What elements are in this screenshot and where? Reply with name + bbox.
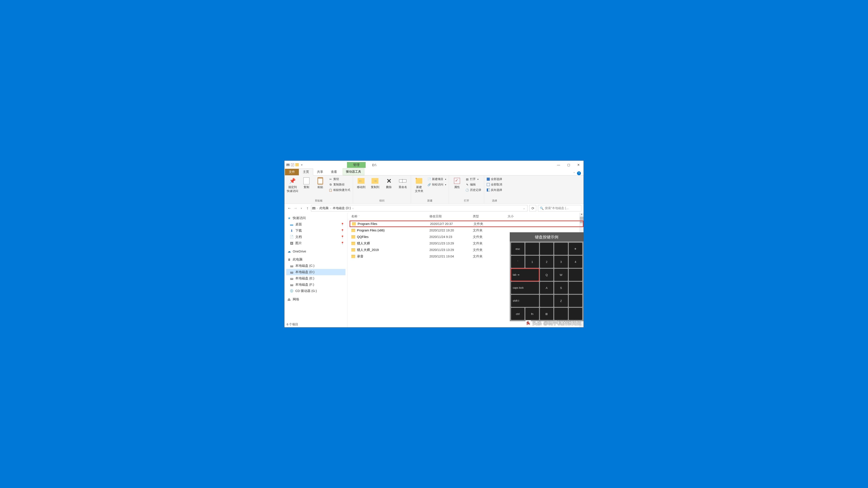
paste-shortcut-button[interactable]: 📋粘贴快捷方式 [328, 188, 351, 192]
refresh-button[interactable]: ⟳ [529, 205, 536, 212]
file-row[interactable]: Program Files2020/12/7 20:37文件夹 [349, 221, 584, 227]
keyboard-title: 键盘按键示例 [510, 234, 584, 240]
sidebar-documents[interactable]: 📄文档📍 [286, 234, 345, 240]
watermark: 头 头条 @玩手机的张先生 [525, 320, 581, 326]
group-select-label: 选择 [486, 198, 503, 203]
group-new-label: 新建 [413, 198, 447, 203]
pin-icon: 📍 [341, 229, 344, 232]
open-button[interactable]: ▤打开▾ [465, 177, 482, 182]
copy-path-button[interactable]: ⧉复制路径 [328, 182, 351, 187]
minimize-button[interactable]: — [554, 161, 563, 169]
sidebar-network[interactable]: 🖧网络 [286, 296, 345, 302]
sort-indicator-icon: ˆ [359, 215, 359, 218]
folder-icon [351, 248, 355, 252]
ribbon-tabs: 文件 主页 共享 查看 驱动器工具 ⌃ ? [284, 169, 584, 175]
qat-checkbox-icon[interactable]: ✓ [291, 163, 294, 166]
drive-icon [312, 206, 315, 210]
move-to-button[interactable]: 移动到 [355, 176, 367, 190]
sidebar-quick-access[interactable]: ★快速访问 [286, 215, 345, 221]
group-organize-label: 组织 [355, 198, 409, 203]
navigation-pane: ★快速访问 ▬桌面📍 ⬇下载📍 📄文档📍 🖼图片📍 ☁OneDrive 🖥此电脑… [284, 213, 347, 327]
folder-icon [295, 163, 299, 167]
forward-button[interactable]: → [293, 206, 298, 210]
sidebar-cd-g[interactable]: 💿CD 驱动器 (G:) [286, 288, 345, 294]
rename-button[interactable]: 重命名 [397, 176, 409, 190]
back-button[interactable]: ← [287, 206, 292, 210]
edit-button[interactable]: ✎编辑 [465, 182, 482, 187]
tab-drive-tools[interactable]: 驱动器工具 [343, 168, 364, 175]
address-dropdown-icon[interactable]: ⌄ [523, 207, 525, 210]
ribbon: 📌固定到 快速访问 复制 粘贴 ✂剪切 ⧉复制路径 📋粘贴快捷方式 剪贴板 移动… [284, 175, 584, 204]
column-headers: 名称ˆ 修改日期 类型 大小 [347, 213, 584, 220]
address-bar: ← → ▾ ↑ › 此电脑 › 本地磁盘 (D:) › ⌄ ⟳ 🔍 搜索"本地磁… [284, 204, 584, 213]
copy-button[interactable]: 复制 [300, 176, 313, 190]
paste-button[interactable]: 粘贴 [314, 176, 327, 190]
body: ★快速访问 ▬桌面📍 ⬇下载📍 📄文档📍 🖼图片📍 ☁OneDrive 🖥此电脑… [284, 213, 584, 327]
new-item-button[interactable]: 📄新建项目▾ [427, 177, 447, 182]
search-icon: 🔍 [540, 206, 544, 210]
window-controls: — ▢ ✕ [554, 161, 584, 169]
file-explorer-window: ✓ ⏷ 管理 D:\ — ▢ ✕ 文件 主页 共享 查看 驱动器工具 ⌃ ? 📌… [284, 161, 584, 327]
titlebar: ✓ ⏷ 管理 D:\ — ▢ ✕ [284, 161, 584, 169]
search-input[interactable]: 🔍 搜索"本地磁盘 (... [538, 205, 581, 212]
keyboard-image: esc✈ `1234 tab ⇥QW caps lockAS shift⇧Z c… [510, 241, 584, 321]
help-icon[interactable]: ? [577, 171, 581, 175]
sidebar-desktop[interactable]: ▬桌面📍 [286, 221, 345, 228]
easy-access-button[interactable]: 🔗轻松访问▾ [427, 182, 447, 187]
copy-to-button[interactable]: 复制到 [369, 176, 381, 190]
crumb-drive-d[interactable]: 本地磁盘 (D:) [332, 206, 351, 210]
select-all-button[interactable]: 全部选择 [486, 177, 503, 182]
sidebar-this-pc[interactable]: 🖥此电脑 [286, 256, 345, 263]
pin-icon: 📍 [341, 223, 344, 226]
folder-icon [351, 255, 355, 258]
folder-icon [352, 222, 356, 226]
keyboard-example-overlay: 键盘按键示例 esc✈ `1234 tab ⇥QW caps lockAS sh… [510, 232, 584, 321]
sidebar-drive-f[interactable]: 🖴本地磁盘 (F:) [286, 282, 345, 288]
cut-button[interactable]: ✂剪切 [328, 177, 351, 182]
pin-icon: 📍 [341, 235, 344, 238]
folder-icon [351, 242, 355, 245]
maximize-button[interactable]: ▢ [563, 161, 574, 169]
invert-selection-button[interactable]: 反向选择 [486, 188, 503, 192]
header-size[interactable]: 大小 [507, 215, 529, 219]
select-none-button[interactable]: 全部取消 [486, 182, 503, 187]
sidebar-drive-d[interactable]: 🖴本地磁盘 (D:) [286, 269, 345, 275]
header-date[interactable]: 修改日期 [429, 215, 473, 219]
tab-share[interactable]: 共享 [313, 169, 327, 175]
delete-button[interactable]: ✕删除 [382, 176, 395, 190]
tab-key-highlighted: tab ⇥ [511, 269, 539, 281]
group-open-label: 打开 [451, 198, 482, 203]
sidebar-pictures[interactable]: 🖼图片📍 [286, 240, 345, 247]
crumb-this-pc[interactable]: 此电脑 [319, 206, 329, 210]
quick-access-toolbar: ✓ ⏷ [284, 163, 304, 167]
group-clipboard-label: 剪贴板 [286, 198, 351, 203]
folder-icon [351, 229, 355, 232]
sidebar-drive-c[interactable]: 🖴本地磁盘 (C:) [286, 263, 345, 269]
breadcrumb[interactable]: › 此电脑 › 本地磁盘 (D:) › ⌄ [311, 205, 528, 212]
header-type[interactable]: 类型 [473, 215, 507, 219]
folder-icon [351, 235, 355, 238]
tab-view[interactable]: 查看 [327, 169, 341, 175]
status-bar: 6 个项目 [284, 322, 300, 327]
pin-quick-access-button[interactable]: 📌固定到 快速访问 [286, 176, 299, 194]
window-title: D:\ [372, 163, 376, 167]
sidebar-onedrive[interactable]: ☁OneDrive [286, 249, 345, 254]
minimize-ribbon-icon[interactable]: ⌃ [573, 172, 575, 175]
pin-icon: 📍 [341, 241, 344, 245]
toutiao-icon: 头 [525, 320, 531, 326]
history-button[interactable]: 🕑历史记录 [465, 188, 482, 192]
qat-dropdown-icon[interactable]: ⏷ [300, 164, 304, 166]
contextual-tab-manage[interactable]: 管理 [347, 162, 366, 168]
recent-dropdown-icon[interactable]: ▾ [299, 207, 304, 210]
sidebar-downloads[interactable]: ⬇下载📍 [286, 228, 345, 234]
tab-file[interactable]: 文件 [285, 169, 299, 175]
up-button[interactable]: ↑ [305, 206, 310, 210]
header-name[interactable]: 名称ˆ [351, 215, 429, 219]
sidebar-drive-e[interactable]: 🖴本地磁盘 (E:) [286, 275, 345, 282]
tab-home[interactable]: 主页 [299, 168, 313, 175]
close-button[interactable]: ✕ [574, 161, 584, 169]
drive-icon [286, 163, 290, 167]
file-list-pane: ▲ 名称ˆ 修改日期 类型 大小 Program Files2020/12/7 … [347, 213, 584, 327]
new-folder-button[interactable]: 新建 文件夹 [413, 176, 425, 194]
properties-button[interactable]: 属性 [451, 176, 463, 190]
